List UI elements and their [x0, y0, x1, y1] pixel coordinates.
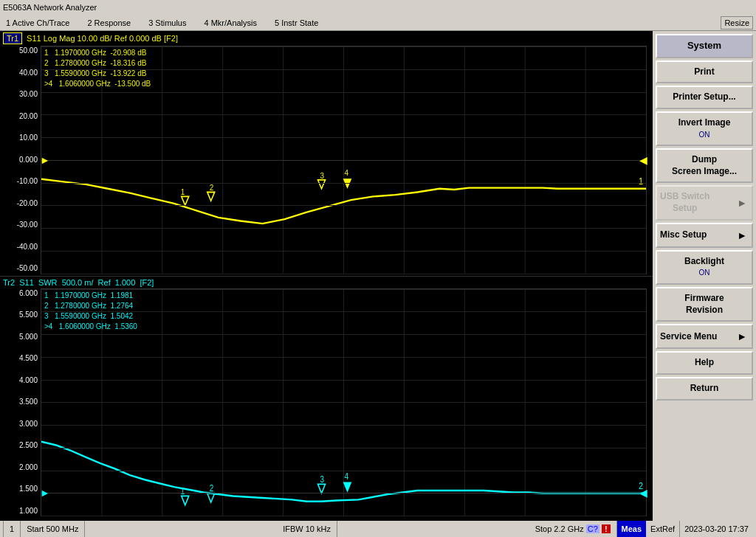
invert-on-label: ON [699, 131, 710, 139]
trace2-canvas: 6.000 5.500 5.000 4.500 4.000 3.500 3.00… [0, 288, 653, 517]
svg-marker-9 [182, 196, 189, 205]
trace2-plot: 1 1.1970000 GHz 1.1981 2 1.2780000 GHz 1… [41, 288, 647, 517]
menu-stimulus[interactable]: 3 Stimulus [145, 17, 189, 29]
usb-switch-button[interactable]: USB SwitchSetup ► [656, 185, 753, 220]
status-extref: ExtRef [646, 521, 680, 537]
svg-text:1: 1 [181, 486, 185, 496]
svg-text:4: 4 [344, 471, 348, 481]
svg-marker-15 [344, 179, 351, 188]
ref-marker-left: ► [40, 154, 50, 166]
trace1-panel: Tr1 S11 Log Mag 10.00 dB/ Ref 0.000 dB [… [0, 31, 653, 277]
ref-marker-right: ◀ [639, 154, 647, 166]
svg-marker-31 [318, 484, 326, 493]
status-start: Start 500 MHz [21, 521, 85, 537]
invert-image-label: Invert Image [678, 117, 731, 128]
dump-screen-label: DumpScreen Image... [672, 154, 737, 176]
svg-text:3: 3 [320, 474, 325, 484]
svg-text:4: 4 [344, 167, 348, 177]
svg-text:2: 2 [210, 182, 214, 192]
svg-text:2: 2 [210, 483, 214, 493]
resize-button[interactable]: Resize [721, 16, 753, 30]
usb-switch-label: USB SwitchSetup [660, 191, 709, 214]
status-stop-label: Stop 2.2 GHz [535, 524, 584, 533]
backlight-button[interactable]: Backlight ON [656, 250, 753, 285]
misc-setup-arrow: ► [737, 229, 747, 242]
datetime-label: 2023-03-20 17:37 [684, 524, 749, 533]
status-stop: Stop 2.2 GHz C? ! [529, 521, 617, 537]
chart-area: Tr1 S11 Log Mag 10.00 dB/ Ref 0.000 dB [… [0, 31, 653, 521]
titlebar: E5063A Network Analyzer [0, 0, 756, 15]
usb-switch-arrow: ► [737, 196, 747, 209]
ref-marker-right-2: ◀ [639, 487, 647, 499]
return-button[interactable]: Return [656, 377, 753, 401]
print-button[interactable]: Print [656, 60, 753, 84]
menu-active-ch[interactable]: 1 Active Ch/Trace [3, 17, 72, 29]
menu-mkr-analysis[interactable]: 4 Mkr/Analysis [201, 17, 260, 29]
statusbar: 1 Start 500 MHz IFBW 10 kHz Stop 2.2 GHz… [0, 521, 756, 537]
help-button[interactable]: Help [656, 351, 753, 375]
trace2-header: Tr2 S11 SWR 500.0 m/ Ref 1.000 [F2] [0, 277, 653, 288]
firmware-revision-button[interactable]: FirmwareRevision [656, 287, 753, 322]
status-ifbw: IFBW 10 kHz [277, 521, 337, 537]
svg-text:3: 3 [320, 170, 325, 180]
invert-image-button[interactable]: Invert Image ON [656, 111, 753, 146]
trace2-panel: Tr2 S11 SWR 500.0 m/ Ref 1.000 [F2] 6.00… [0, 277, 653, 522]
firmware-revision-label: FirmwareRevision [684, 293, 724, 315]
svg-marker-11 [207, 193, 215, 201]
svg-marker-13 [318, 180, 326, 189]
backlight-label: Backlight [684, 256, 724, 266]
printer-setup-button[interactable]: Printer Setup... [656, 86, 753, 109]
misc-setup-button[interactable]: Misc Setup ► [656, 223, 753, 248]
status-datetime: 2023-03-20 17:37 [680, 521, 753, 537]
trace1-plot: 1 1.1970000 GHz -20.908 dB 2 1.2780000 G… [41, 46, 647, 274]
trace2-marker-info: 1 1.1970000 GHz 1.1981 2 1.2780000 GHz 1… [44, 291, 137, 332]
trace1-marker-info: 1 1.1970000 GHz -20.908 dB 2 1.2780000 G… [44, 48, 151, 89]
right-panel: System Print Printer Setup... Invert Ima… [653, 31, 756, 521]
svg-marker-29 [207, 493, 215, 502]
status-meas: Meas [617, 521, 647, 537]
status-ch-label: 1 [10, 524, 14, 533]
menubar: 1 Active Ch/Trace 2 Response 3 Stimulus … [0, 15, 756, 31]
status-c2: C? [586, 524, 599, 533]
service-menu-button[interactable]: Service Menu ► [656, 324, 753, 349]
service-menu-arrow: ► [737, 330, 747, 343]
status-warn: ! [602, 524, 611, 533]
misc-setup-label: Misc Setup [660, 229, 707, 241]
trace1-params: S11 Log Mag 10.00 dB/ Ref 0.000 dB [F2] [27, 34, 178, 43]
main-area: Tr1 S11 Log Mag 10.00 dB/ Ref 0.000 dB [… [0, 31, 756, 521]
dump-screen-button[interactable]: DumpScreen Image... [656, 148, 753, 183]
trace1-header: Tr1 S11 Log Mag 10.00 dB/ Ref 0.000 dB [… [0, 31, 653, 46]
menu-response[interactable]: 2 Response [84, 17, 134, 29]
trace2-y-axis: 6.000 5.500 5.000 4.500 4.000 3.500 3.00… [0, 288, 41, 517]
ref-marker-left-2: ► [40, 487, 50, 499]
meas-label: Meas [622, 524, 642, 533]
trace1-canvas: 50.00 40.00 30.00 20.00 10.00 0.000 -10.… [0, 46, 653, 274]
svg-marker-27 [182, 496, 189, 505]
backlight-on-label: ON [699, 268, 710, 277]
svg-text:1: 1 [639, 176, 643, 187]
trace1-y-axis: 50.00 40.00 30.00 20.00 10.00 0.000 -10.… [0, 46, 41, 274]
app-title: E5063A Network Analyzer [3, 3, 97, 12]
system-button[interactable]: System [656, 34, 753, 58]
service-menu-label: Service Menu [660, 331, 717, 343]
menu-instr-state[interactable]: 5 Instr State [272, 17, 321, 29]
status-ifbw-label: IFBW 10 kHz [283, 524, 331, 533]
status-ch: 1 [3, 521, 21, 537]
extref-label: ExtRef [650, 524, 675, 533]
svg-marker-33 [344, 482, 351, 491]
status-start-label: Start 500 MHz [27, 524, 78, 533]
trace2-params: Tr2 S11 SWR 500.0 m/ Ref 1.000 [F2] [3, 278, 154, 287]
svg-text:1: 1 [181, 187, 185, 196]
trace1-label: Tr1 [3, 32, 22, 44]
